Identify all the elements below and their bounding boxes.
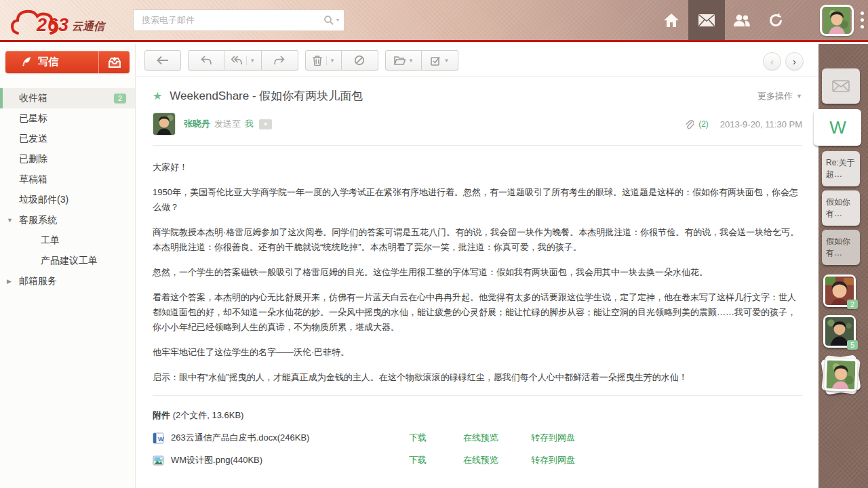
- preview-link[interactable]: 在线预览: [463, 432, 531, 444]
- mark-button[interactable]: ▾: [422, 50, 458, 70]
- sidebar-item-spam[interactable]: 垃圾邮件(3): [0, 190, 135, 210]
- sidebar-item-customer-service[interactable]: ▼ 客服系统: [0, 210, 135, 230]
- unread-badge: 2: [114, 94, 126, 103]
- contact-avatar-1[interactable]: 2: [823, 274, 856, 307]
- recipient-label[interactable]: 我: [245, 118, 254, 130]
- user-avatar[interactable]: [820, 5, 854, 36]
- sync-icon[interactable]: [759, 0, 793, 40]
- preview-link[interactable]: 在线预览: [463, 454, 531, 466]
- more-actions-label: 更多操作: [757, 90, 793, 102]
- save-to-drive-link[interactable]: 转存到网盘: [531, 454, 599, 466]
- mail-subject: WeekendShare - 假如你有两块儿面包: [170, 88, 363, 104]
- sender-name[interactable]: 张晓丹: [184, 118, 210, 130]
- sidebar-item-drafts[interactable]: 草稿箱: [0, 169, 135, 190]
- mark-caret-icon[interactable]: ▾: [445, 56, 448, 65]
- folder-label: 已发送: [19, 133, 47, 145]
- attachment-filename[interactable]: WM设计图.png(440KB): [171, 454, 262, 466]
- svg-text:W: W: [158, 435, 164, 442]
- sidebar-item-product-suggestion[interactable]: 产品建议工单: [0, 251, 135, 271]
- sender-avatar[interactable]: [153, 113, 176, 136]
- compose-label: 写信: [38, 56, 58, 68]
- attachment-filename[interactable]: 263云通信产品白皮书.docx(246KB): [171, 432, 309, 444]
- download-link[interactable]: 下载: [409, 454, 463, 466]
- mail-icon[interactable]: [688, 0, 725, 40]
- attachments-title: 附件: [153, 410, 170, 420]
- compose-button[interactable]: 写信: [5, 51, 130, 73]
- block-spam-button[interactable]: [342, 50, 378, 70]
- cloud-logo-icon: [9, 7, 60, 37]
- reply-all-button[interactable]: ▾: [224, 50, 262, 70]
- rail-tab-label: Re:关于超…: [822, 156, 860, 182]
- quill-icon: [20, 56, 32, 68]
- collapsed-caret-icon[interactable]: ▶: [7, 278, 12, 285]
- rail-tab-re-mail[interactable]: Re:关于超…: [822, 151, 860, 186]
- search-options-caret-icon[interactable]: ▾: [336, 17, 339, 23]
- sidebar-item-starred[interactable]: 已星标: [0, 108, 135, 129]
- attachment-count[interactable]: (2): [698, 119, 709, 129]
- mail-reading-pane: ▾ ▾ ▾ ▾ ‹ ›: [136, 44, 818, 488]
- unread-count-badge: 2: [847, 300, 858, 309]
- paperclip-icon: [684, 119, 694, 129]
- folder-label: 客服系统: [19, 214, 57, 226]
- body-paragraph: 商学院教授本杰明·格雷厄姆参加了这次阅卷。同学们的答案可谓是五花八门。有的说，我…: [153, 225, 802, 255]
- recipient-caret-icon[interactable]: ▼: [259, 119, 272, 129]
- reply-all-caret-icon[interactable]: ▾: [246, 56, 254, 65]
- unread-count-badge: 5: [847, 340, 858, 350]
- contacts-icon[interactable]: [725, 0, 759, 40]
- mail-date: 2013-9-20, 11:30 PM: [720, 119, 802, 129]
- folder-label: 已删除: [19, 153, 47, 165]
- sidebar-item-work-order[interactable]: 工单: [0, 230, 135, 251]
- rail-tab-label: 假如你有…: [822, 195, 860, 221]
- sidebar-item-deleted[interactable]: 已删除: [0, 149, 135, 169]
- star-icon[interactable]: ★: [153, 89, 162, 102]
- rail-tab-weekendshare[interactable]: W: [814, 109, 861, 146]
- overflow-menu-icon[interactable]: [861, 12, 864, 28]
- rail-tab-bread-1[interactable]: 假如你有…: [822, 190, 860, 226]
- attachment-row: WM设计图.png(440KB) 下载 在线预览 转存到网盘: [153, 454, 802, 466]
- rail-tab-label: 假如你有…: [822, 235, 860, 260]
- search-input[interactable]: [133, 9, 344, 31]
- mail-body: 大家好！ 1950年，美国哥伦比亚大学商学院一年一度的入学考试正在紧张有序地进行…: [136, 146, 818, 385]
- folder-label: 产品建议工单: [41, 255, 98, 267]
- rail-tab-label: W: [829, 117, 846, 138]
- reply-button[interactable]: [188, 50, 224, 70]
- doc-file-icon: W: [153, 432, 164, 444]
- move-to-folder-button[interactable]: ▾: [385, 50, 422, 70]
- attachments-summary: (2个文件, 13.6KB): [173, 410, 244, 420]
- mail-toolbar: ▾ ▾ ▾ ▾ ‹ ›: [136, 44, 818, 77]
- more-actions-button[interactable]: 更多操作 ▼: [757, 90, 802, 102]
- save-to-drive-link[interactable]: 转存到网盘: [531, 432, 599, 444]
- back-button[interactable]: [144, 50, 181, 70]
- logo-suffix-text: 云通信: [72, 20, 104, 34]
- folder-caret-icon[interactable]: ▾: [410, 56, 413, 65]
- attachments-section: 附件 (2个文件, 13.6KB) W 263云通信产品白皮书.docx(246…: [136, 396, 818, 466]
- forward-button[interactable]: [262, 50, 298, 70]
- contact-avatar-2[interactable]: 5: [823, 315, 856, 348]
- app-logo: 263 云通信: [9, 5, 104, 36]
- next-mail-button[interactable]: ›: [785, 52, 804, 70]
- save-draft-icon[interactable]: [98, 51, 130, 73]
- folder-label: 草稿箱: [19, 174, 47, 186]
- prev-mail-button[interactable]: ‹: [763, 52, 781, 70]
- sidebar-item-inbox[interactable]: 收件箱 2: [0, 88, 135, 108]
- folder-sidebar: 写信 收件箱 2 已星标 已发送 已删除 草稿箱 垃圾邮件(3): [0, 44, 136, 488]
- rail-tab-mail[interactable]: [822, 68, 860, 104]
- more-actions-caret-icon: ▼: [796, 93, 802, 100]
- download-link[interactable]: 下载: [409, 432, 463, 444]
- body-paragraph: 1950年，美国哥伦比亚大学商学院一年一度的入学考试正在紧张有序地进行着。忽然，…: [153, 185, 802, 215]
- folder-label: 邮箱服务: [19, 275, 57, 287]
- sidebar-item-sent[interactable]: 已发送: [0, 129, 135, 149]
- sent-to-label: 发送至: [214, 118, 241, 130]
- image-file-icon: [153, 455, 164, 466]
- expanded-caret-icon[interactable]: ▼: [7, 217, 13, 224]
- body-paragraph: 大家好！: [153, 160, 802, 175]
- delete-button[interactable]: ▾: [305, 50, 342, 70]
- delete-caret-icon[interactable]: ▾: [326, 56, 334, 65]
- rail-tab-bread-2[interactable]: 假如你有…: [822, 230, 860, 265]
- home-icon[interactable]: [654, 0, 688, 40]
- contact-avatar-stack[interactable]: [823, 357, 859, 392]
- folder-label: 已星标: [19, 113, 47, 125]
- session-rail: W Re:关于超… 假如你有… 假如你有… 2 5: [818, 44, 868, 488]
- sidebar-item-mailbox-service[interactable]: ▶ 邮箱服务: [0, 271, 135, 291]
- search-icon[interactable]: [323, 15, 334, 26]
